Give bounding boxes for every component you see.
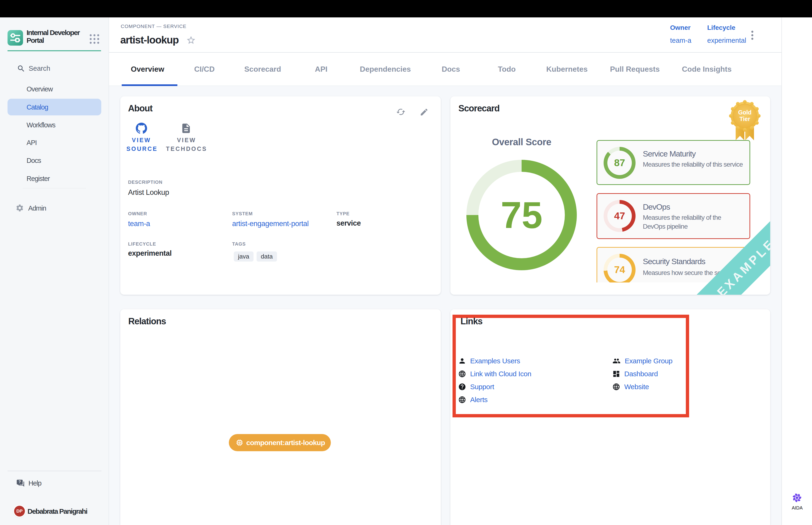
svg-text:Tier: Tier	[739, 116, 750, 122]
svg-text:?: ?	[18, 480, 21, 484]
svg-text:Gold: Gold	[738, 109, 752, 116]
